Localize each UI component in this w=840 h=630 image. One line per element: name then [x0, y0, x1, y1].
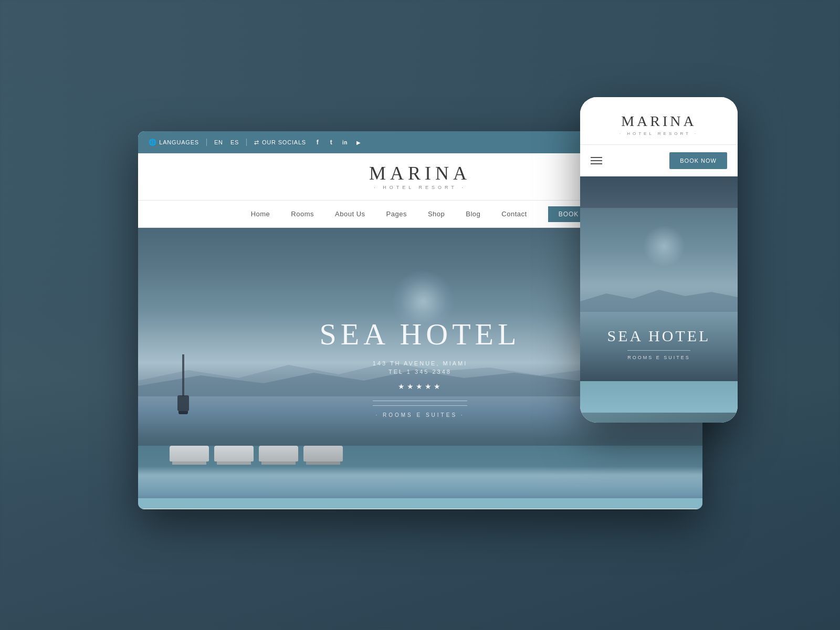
desktop-logo-title: MARINA — [369, 164, 471, 183]
nav-about-us[interactable]: About Us — [335, 210, 365, 218]
facebook-icon[interactable]: f — [313, 138, 322, 146]
hamburger-line-1 — [591, 157, 602, 158]
globe-icon: 🌐 — [149, 139, 157, 146]
hero-divider-1 — [373, 401, 467, 401]
socials-label: OUR SOCIALS — [262, 139, 306, 145]
lounge-chairs — [170, 446, 343, 461]
nav-home[interactable]: Home — [251, 210, 270, 218]
mobile-hero-title: SEA HOTEL — [607, 327, 711, 345]
divider-2 — [246, 139, 247, 146]
mobile-hero-divider — [627, 350, 690, 351]
mobile-pool-strip — [580, 381, 738, 423]
rooms-suites-link[interactable]: · ROOMS E SUITES · — [320, 412, 521, 418]
mobile-nav-bar: BOOK NOW — [580, 145, 738, 176]
desktop-logo-subtitle: · HOTEL RESORT · — [369, 185, 471, 190]
mobile-hero-glow — [643, 225, 685, 267]
hero-tel: TEL 1 345 2348 — [320, 369, 521, 375]
lang-en[interactable]: EN — [214, 139, 223, 145]
nav-blog[interactable]: Blog — [466, 210, 480, 218]
twitter-icon[interactable]: t — [327, 138, 335, 146]
languages-label: LANGUAGES — [159, 139, 199, 145]
mobile-logo-title: MARINA — [591, 113, 727, 130]
mobile-lounge-chairs — [580, 413, 738, 423]
youtube-icon[interactable]: ▶ — [354, 138, 363, 146]
mobile-hero: SEA HOTEL ROOMS E SUITES — [580, 208, 738, 381]
languages-menu[interactable]: 🌐 LANGUAGES — [149, 139, 199, 146]
share-icon: ⇄ — [254, 139, 259, 146]
hero-divider-2 — [373, 405, 467, 406]
nav-contact[interactable]: Contact — [501, 210, 527, 218]
lang-es[interactable]: ES — [230, 139, 239, 145]
mobile-logo-subtitle: · HOTEL RESORT · — [591, 131, 727, 136]
mobile-mountain — [580, 286, 738, 312]
mobile-hero-content: SEA HOTEL ROOMS E SUITES — [607, 327, 711, 360]
linkedin-icon[interactable]: in — [341, 138, 349, 146]
mobile-book-button[interactable]: BOOK NOW — [669, 152, 727, 169]
nav-shop[interactable]: Shop — [428, 210, 445, 218]
mobile-rooms-link[interactable]: ROOMS E SUITES — [607, 355, 711, 360]
top-bar-left: 🌐 LANGUAGES EN ES ⇄ OUR SOCIALS — [149, 138, 363, 146]
mobile-header: MARINA · HOTEL RESORT · — [580, 97, 738, 145]
hero-stars: ★★★★★ — [320, 382, 521, 391]
hero-address: 143 TH AVENUE, MIAMI — [320, 360, 521, 366]
lantern — [177, 354, 189, 414]
nav-pages[interactable]: Pages — [386, 210, 407, 218]
mobile-mockup: MARINA · HOTEL RESORT · BOOK NOW SEA HOT… — [580, 97, 738, 423]
desktop-hero-content: SEA HOTEL 143 TH AVENUE, MIAMI TEL 1 345… — [320, 319, 521, 418]
our-socials[interactable]: ⇄ OUR SOCIALS — [254, 139, 306, 146]
hamburger-menu[interactable] — [591, 157, 602, 164]
desktop-logo: MARINA · HOTEL RESORT · — [369, 164, 471, 190]
mobile-hero-top — [580, 176, 738, 208]
social-icons: f t in ▶ — [313, 138, 363, 146]
mobile-chairs-area — [580, 413, 738, 423]
hamburger-line-3 — [591, 163, 602, 164]
nav-rooms[interactable]: Rooms — [291, 210, 314, 218]
hero-bottom-strip — [138, 498, 702, 509]
divider-1 — [206, 139, 207, 146]
hero-title: SEA HOTEL — [320, 319, 521, 350]
hamburger-line-2 — [591, 160, 602, 161]
